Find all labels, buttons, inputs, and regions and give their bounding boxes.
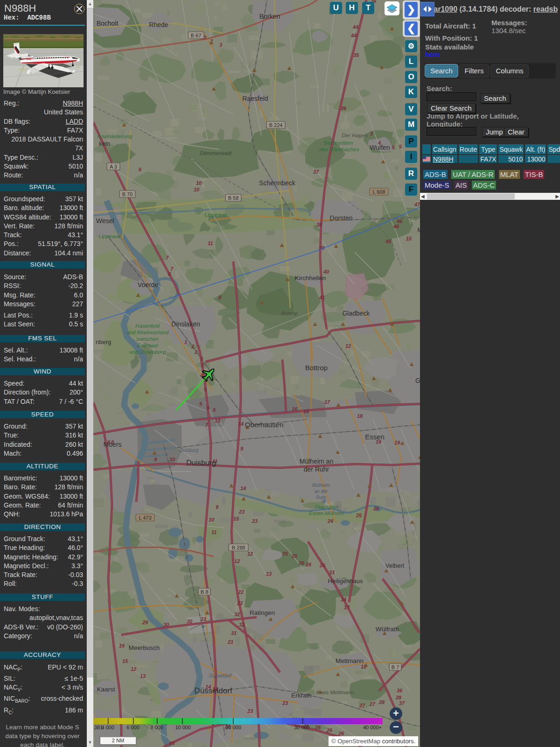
svg-text:8 000: 8 000 [150,725,163,730]
svg-text:30 000: 30 000 [294,725,310,730]
svg-text:20 000: 20 000 [225,725,241,730]
svg-text:4 000: 4 000 [101,725,114,730]
svg-text:40 000+: 40 000+ [363,725,382,730]
svg-text:10 000: 10 000 [175,725,191,730]
svg-text:6 000: 6 000 [126,725,140,730]
